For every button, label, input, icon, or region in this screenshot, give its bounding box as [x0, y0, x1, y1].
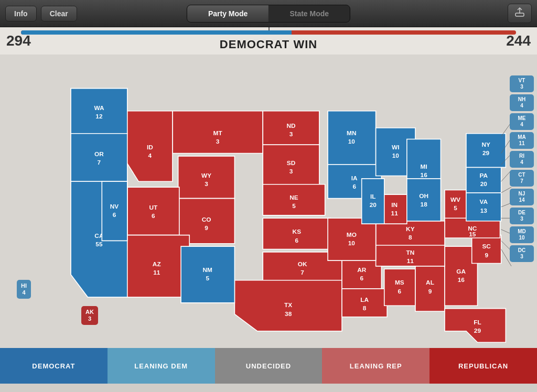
state-mode-button[interactable]: State Mode [268, 5, 350, 22]
state-MN[interactable] [328, 111, 376, 165]
progress-bar [21, 30, 516, 35]
ak-votes: 3 [85, 315, 94, 322]
state-KY[interactable] [376, 221, 445, 245]
state-TX[interactable] [234, 280, 342, 331]
rep-score: 244 [506, 32, 531, 49]
state-NY[interactable] [466, 134, 506, 168]
share-button[interactable] [508, 4, 532, 23]
hi-votes: 4 [21, 289, 27, 296]
legend-republican[interactable]: REPUBLICAN [429, 348, 537, 384]
state-KS[interactable] [263, 218, 330, 249]
share-icon [514, 7, 525, 17]
legend-bar: DEMOCRAT LEANING DEM UNDECIDED LEANING R… [0, 348, 537, 384]
state-OR[interactable] [71, 134, 127, 182]
clear-button[interactable]: Clear [41, 6, 77, 21]
state-SD[interactable] [263, 145, 319, 184]
legend-leaning-dem-label: LEANING DEM [134, 362, 188, 370]
party-mode-button[interactable]: Party Mode [187, 5, 268, 22]
state-ak-overlay[interactable]: AK 3 [81, 306, 98, 325]
sidebar-states: VT3NH4ME4MA11RI4CT7NJ14DE3MD10DC3 [510, 75, 534, 262]
state-WV[interactable] [445, 190, 466, 218]
state-ND[interactable] [263, 111, 319, 145]
score-bar: 294 DEMOCRAT WIN 244 [0, 27, 537, 55]
state-AL[interactable] [415, 263, 445, 311]
state-IN[interactable] [383, 194, 407, 224]
state-dc-sidebar[interactable]: DC3 [510, 245, 534, 262]
state-nh-sidebar[interactable]: NH4 [510, 94, 534, 111]
state-ID[interactable] [126, 111, 173, 182]
state-MS[interactable] [384, 269, 415, 306]
legend-leaning-rep-label: LEANING REP [350, 362, 402, 370]
legend-undecided[interactable]: UNDECIDED [215, 348, 323, 384]
hi-abbr: HI [21, 282, 27, 289]
state-md-sidebar[interactable]: MD10 [510, 226, 534, 243]
state-WA[interactable] [71, 89, 127, 134]
state-hi-overlay[interactable]: HI 4 [17, 280, 31, 299]
legend-undecided-label: UNDECIDED [246, 362, 291, 370]
state-NE[interactable] [263, 184, 325, 215]
legend-leaning-dem[interactable]: LEANING DEM [108, 348, 215, 384]
headline: DEMOCRAT WIN [220, 38, 317, 51]
state-MO[interactable] [328, 218, 376, 260]
state-NV[interactable] [102, 181, 127, 241]
state-UT[interactable] [127, 187, 179, 235]
dem-progress [21, 30, 292, 35]
state-PA[interactable] [466, 165, 501, 193]
state-SC[interactable] [472, 235, 501, 264]
state-OH[interactable] [407, 179, 441, 221]
legend-democrat[interactable]: DEMOCRAT [0, 348, 108, 384]
state-vt-sidebar[interactable]: VT3 [510, 75, 534, 92]
state-AZ[interactable] [124, 235, 189, 297]
state-ct-sidebar[interactable]: CT7 [510, 170, 534, 187]
state-LA[interactable] [342, 289, 387, 317]
state-WY[interactable] [178, 156, 235, 199]
state-TN[interactable] [376, 244, 445, 266]
state-de-sidebar[interactable]: DE3 [510, 208, 534, 224]
legend-leaning-rep[interactable]: LEANING REP [322, 348, 429, 384]
dem-score: 294 [6, 32, 31, 49]
us-map: MT 3 WY 3 ND 3 SD 3 NE 5 KS 6 OK 7 TX 38… [0, 55, 537, 348]
state-VA[interactable] [466, 193, 501, 221]
state-nj-sidebar[interactable]: NJ14 [510, 189, 534, 205]
ak-abbr: AK [85, 309, 94, 315]
info-button[interactable]: Info [5, 6, 37, 21]
state-me-sidebar[interactable]: ME4 [510, 113, 534, 130]
map-area: MT 3 WY 3 ND 3 SD 3 NE 5 KS 6 OK 7 TX 38… [0, 55, 537, 348]
state-ri-sidebar[interactable]: RI4 [510, 151, 534, 168]
state-MT[interactable] [173, 111, 263, 154]
state-ma-sidebar[interactable]: MA11 [510, 132, 534, 149]
top-bar: Info Clear Party Mode State Mode [0, 0, 537, 27]
state-NM[interactable] [181, 246, 234, 303]
mode-group: Party Mode State Mode [187, 5, 350, 23]
state-IL[interactable] [362, 179, 384, 224]
legend-republican-label: REPUBLICAN [458, 362, 508, 370]
legend-democrat-label: DEMOCRAT [32, 362, 75, 370]
